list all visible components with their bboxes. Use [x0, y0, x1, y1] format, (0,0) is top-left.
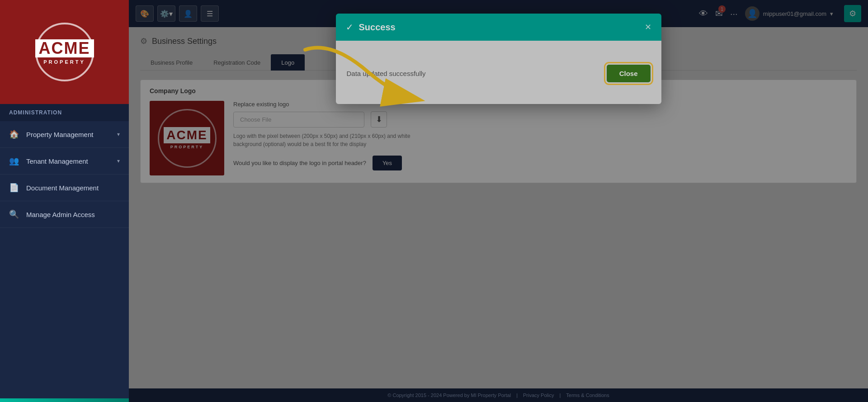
modal-message: Data updated successfully: [347, 70, 426, 77]
sidebar-bottom-bar: [0, 398, 129, 402]
logo-acme-text: ACME: [35, 39, 94, 57]
chevron-down-icon-2: ▾: [117, 158, 120, 164]
success-modal: ✓ Success ✕ Data updated successfully Cl…: [336, 14, 661, 104]
admin-label: ADMINISTRATION: [0, 104, 129, 121]
sidebar: ACME PROPERTY ADMINISTRATION 🏠 Property …: [0, 0, 129, 402]
close-button[interactable]: Close: [607, 65, 651, 82]
document-icon: 📄: [9, 183, 20, 193]
chevron-down-icon: ▾: [117, 131, 120, 137]
modal-overlay: ✓ Success ✕ Data updated successfully Cl…: [129, 0, 868, 402]
sidebar-item-property-management[interactable]: 🏠 Property Management ▾: [0, 121, 129, 148]
document-management-label: Document Management: [26, 184, 99, 192]
modal-header: ✓ Success ✕: [336, 14, 661, 41]
sidebar-nav: 🏠 Property Management ▾ 👥 Tenant Managem…: [0, 121, 129, 398]
logo-circle: ACME PROPERTY: [35, 23, 94, 81]
logo-property-text: PROPERTY: [35, 59, 94, 65]
property-icon: 🏠: [9, 129, 20, 139]
sidebar-item-manage-admin-access[interactable]: 🔍 Manage Admin Access: [0, 201, 129, 228]
modal-title: Success: [359, 22, 396, 33]
sidebar-item-document-management[interactable]: 📄 Document Management: [0, 175, 129, 201]
modal-close-x-button[interactable]: ✕: [645, 22, 651, 32]
tenant-management-label: Tenant Management: [26, 157, 88, 165]
main-content: 🎨 ⚙️▾ 👤 ☰ 👁 ✉ 1 ··· 👤 mippuser01@gmail.c…: [129, 0, 868, 402]
manage-admin-label: Manage Admin Access: [26, 211, 95, 218]
sidebar-logo: ACME PROPERTY: [0, 0, 129, 104]
property-management-label: Property Management: [26, 131, 93, 138]
logo-inner: ACME PROPERTY: [35, 39, 94, 65]
modal-body: Data updated successfully Close: [336, 41, 661, 104]
sidebar-item-tenant-management[interactable]: 👥 Tenant Management ▾: [0, 148, 129, 175]
check-icon: ✓: [346, 22, 354, 33]
admin-icon: 🔍: [9, 209, 20, 219]
tenant-icon: 👥: [9, 156, 20, 166]
